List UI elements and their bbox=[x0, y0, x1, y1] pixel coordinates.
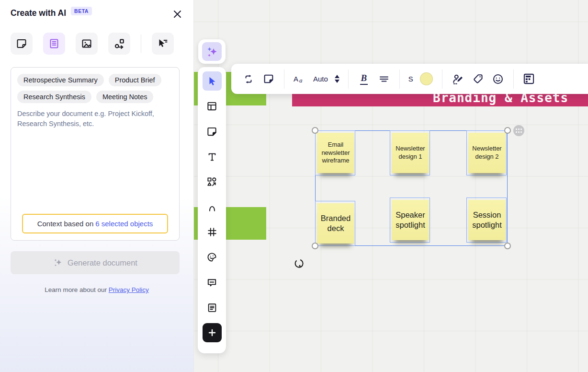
close-icon[interactable] bbox=[171, 8, 183, 20]
font-style-icon[interactable]: A a bbox=[291, 70, 308, 89]
font-size-stepper[interactable] bbox=[333, 75, 341, 83]
board-switch-icon[interactable] bbox=[520, 70, 538, 89]
panel-title: Create with AI bbox=[11, 8, 66, 18]
selection-handle-ne[interactable] bbox=[504, 127, 511, 134]
ai-select-cursor-icon[interactable] bbox=[152, 33, 174, 55]
ai-assist-button[interactable] bbox=[198, 39, 226, 64]
emoji-icon[interactable] bbox=[489, 70, 507, 89]
sparkle-icon bbox=[53, 257, 63, 268]
generate-document-button[interactable]: Generate document bbox=[11, 251, 180, 274]
context-prefix: Context based on bbox=[37, 220, 94, 228]
bold-button[interactable]: B bbox=[355, 70, 373, 89]
sticky-note-mode-icon[interactable] bbox=[11, 33, 33, 55]
plus-icon[interactable] bbox=[203, 323, 222, 342]
color-swatch[interactable] bbox=[418, 70, 435, 89]
beta-badge: BETA bbox=[71, 7, 92, 15]
create-with-ai-panel: Create with AI BETA bbox=[0, 0, 194, 372]
chip-suggestion[interactable]: Research Synthesis bbox=[17, 91, 91, 103]
rotate-handle-icon[interactable] bbox=[292, 256, 305, 270]
chip-suggestion[interactable]: Retrospective Summary bbox=[17, 74, 104, 86]
image-mode-icon[interactable] bbox=[76, 33, 98, 55]
toolbar-divider bbox=[348, 70, 349, 89]
privacy-policy-link[interactable]: Privacy Policy bbox=[109, 286, 149, 293]
align-center-icon[interactable] bbox=[375, 70, 393, 89]
select-cursor-icon[interactable] bbox=[203, 71, 222, 91]
switch-type-icon[interactable] bbox=[240, 70, 257, 89]
svg-text:A: A bbox=[294, 75, 298, 83]
text-icon[interactable] bbox=[203, 147, 222, 166]
sticky-note-icon[interactable] bbox=[203, 122, 222, 141]
toolbar-divider bbox=[442, 70, 442, 89]
shapes-icon[interactable] bbox=[203, 172, 222, 191]
toolbar-divider bbox=[513, 70, 514, 89]
sticky-note[interactable]: Newsletter design 2 bbox=[468, 133, 506, 173]
prompt-placeholder[interactable]: Describe your document e.g. Project Kick… bbox=[17, 109, 173, 129]
sticky-note[interactable]: Email newsletter wireframe bbox=[317, 133, 354, 173]
context-toolbar: A a Auto B S bbox=[231, 64, 588, 94]
sticky-note[interactable]: Speaker spotlight bbox=[392, 200, 429, 240]
sticky-note[interactable]: Branded deck bbox=[317, 203, 354, 244]
selected-objects-link[interactable]: 6 selected objects bbox=[95, 220, 153, 228]
sticky-note-icon[interactable] bbox=[260, 70, 277, 89]
pen-icon[interactable] bbox=[203, 198, 222, 217]
mode-divider bbox=[141, 35, 141, 53]
assign-person-icon[interactable] bbox=[449, 70, 466, 89]
tag-icon[interactable] bbox=[469, 70, 486, 89]
size-label[interactable]: S bbox=[407, 75, 415, 83]
panel-footer: Learn more about our Privacy Policy bbox=[0, 286, 193, 293]
comment-icon[interactable] bbox=[203, 273, 222, 292]
templates-icon[interactable] bbox=[203, 97, 222, 116]
sticky-note[interactable]: Newsletter design 1 bbox=[392, 133, 429, 173]
selection-handle-nw[interactable] bbox=[312, 127, 318, 134]
prompt-input-card[interactable]: Retrospective Summary Product Brief Rese… bbox=[11, 67, 180, 241]
tools-toolbar bbox=[198, 67, 226, 353]
font-size-value[interactable]: Auto bbox=[311, 75, 330, 83]
diagram-mode-icon[interactable] bbox=[108, 33, 130, 55]
toolbar-divider bbox=[399, 70, 400, 89]
toolbar-divider bbox=[284, 70, 284, 89]
chip-suggestion[interactable]: Product Brief bbox=[109, 74, 161, 86]
chip-suggestion[interactable]: Meeting Notes bbox=[96, 91, 154, 103]
frame-icon[interactable] bbox=[203, 222, 222, 242]
svg-text:a: a bbox=[299, 77, 303, 84]
selection-context-menu-icon[interactable] bbox=[513, 125, 524, 136]
selection-handle-sw[interactable] bbox=[312, 243, 318, 249]
sticky-note[interactable]: Session spotlight bbox=[468, 200, 506, 240]
selection-handle-se[interactable] bbox=[504, 243, 511, 249]
sticker-icon[interactable] bbox=[203, 248, 222, 267]
document-icon[interactable] bbox=[203, 298, 222, 317]
context-info-box: Context based on 6 selected objects bbox=[22, 214, 168, 233]
ai-sparkles-icon bbox=[202, 42, 222, 61]
app-window: Branding & Assets Email newsletter wiref… bbox=[0, 0, 588, 372]
document-mode-icon[interactable] bbox=[43, 33, 65, 55]
